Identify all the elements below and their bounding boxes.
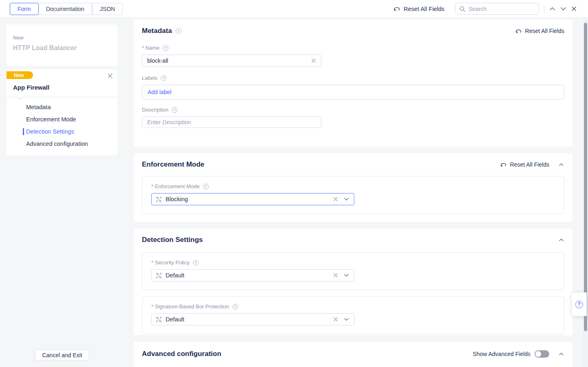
scrollbar-thumb[interactable] xyxy=(584,23,587,331)
topbar-right: Reset All Fields xyxy=(393,3,577,15)
security-policy-panel: * Security Policy ? Default xyxy=(142,252,564,290)
help-icon[interactable]: ? xyxy=(161,75,166,81)
bot-protection-panel: * Signature-Based Bot Protection ? Defau… xyxy=(142,296,564,334)
name-input[interactable] xyxy=(147,57,310,64)
tab-json[interactable]: JSON xyxy=(92,3,123,15)
labels-field[interactable]: Add label xyxy=(142,85,564,99)
form-main: Metadata ? Reset All Fields * Name ? xyxy=(134,20,573,367)
name-field-label: * Name xyxy=(142,45,159,51)
panel-close-icon[interactable] xyxy=(106,72,114,79)
enforcement-reset-button[interactable]: Reset All Fields xyxy=(500,161,549,168)
help-icon[interactable]: ? xyxy=(176,28,181,34)
chevron-down-icon[interactable] xyxy=(343,273,350,278)
advanced-title: Advanced configuration xyxy=(142,350,221,358)
description-field-label: Description xyxy=(142,107,168,113)
help-icon[interactable]: ? xyxy=(203,184,209,189)
undo-icon xyxy=(393,6,400,12)
divider xyxy=(544,5,544,13)
enforcement-mode-value: Blocking xyxy=(166,196,329,202)
enforcement-title: Enforcement Mode xyxy=(142,160,204,169)
clear-selection-icon[interactable] xyxy=(332,316,339,323)
search-control xyxy=(455,3,577,15)
detection-title: Detection Settings xyxy=(142,236,203,244)
search-prev-button[interactable] xyxy=(548,6,556,12)
context-eyebrow: New xyxy=(13,35,111,41)
collapse-detection-icon[interactable] xyxy=(558,237,564,242)
new-badge: New xyxy=(7,71,33,79)
section-detection-settings: Detection Settings * Security Policy ? D… xyxy=(134,229,573,335)
reset-all-fields-label: Reset All Fields xyxy=(404,6,444,12)
help-icon[interactable]: ? xyxy=(172,107,177,113)
reset-label: Reset All Fields xyxy=(525,28,564,34)
toggle-knob xyxy=(535,351,541,357)
app-firewall-form-page: Form Documentation JSON Reset All Fields xyxy=(0,0,588,367)
metadata-title: Metadata xyxy=(142,27,172,35)
notch-decoration xyxy=(17,94,22,100)
security-policy-select[interactable]: Default xyxy=(151,269,354,281)
add-label-link[interactable]: Add label xyxy=(148,89,171,95)
bot-protection-select[interactable]: Default xyxy=(151,313,354,325)
description-field xyxy=(142,116,321,128)
clear-selection-icon[interactable] xyxy=(332,272,339,279)
tab-form[interactable]: Form xyxy=(10,3,39,15)
collapse-enforcement-icon[interactable] xyxy=(558,162,564,167)
name-field xyxy=(142,55,321,67)
search-close-button[interactable] xyxy=(570,5,577,12)
cancel-and-exit-button[interactable]: Cancel and Exit xyxy=(35,349,89,361)
section-advanced-configuration: Advanced configuration Show Advanced Fie… xyxy=(134,342,573,367)
section-nav: Metadata Enforcement Mode Detection Sett… xyxy=(7,101,117,150)
clear-selection-icon[interactable] xyxy=(332,196,339,202)
show-advanced-fields-label: Show Advanced Fields xyxy=(473,351,531,357)
clear-name-icon[interactable] xyxy=(310,57,317,64)
undo-icon xyxy=(515,28,522,34)
config-object-icon xyxy=(156,273,162,279)
search-next-button[interactable] xyxy=(559,6,567,12)
config-object-icon xyxy=(156,316,162,323)
bot-protection-value: Default xyxy=(166,316,329,323)
reset-all-fields-button[interactable]: Reset All Fields xyxy=(393,6,444,12)
reset-label: Reset All Fields xyxy=(510,161,549,168)
enforcement-mode-label: * Enforcement Mode xyxy=(151,183,200,189)
labels-field-label: Labels xyxy=(142,75,157,81)
app-firewall-panel: New App Firewall Metadata Enforcement Mo… xyxy=(7,69,117,156)
context-card: New HTTP Load Balancer xyxy=(7,24,117,66)
search-box[interactable] xyxy=(455,3,539,15)
security-policy-value: Default xyxy=(166,272,329,279)
view-tab-group: Form Documentation JSON xyxy=(10,3,123,15)
chevron-down-icon[interactable] xyxy=(343,196,350,202)
nav-item-detection-settings[interactable]: Detection Settings xyxy=(7,125,117,138)
nav-item-metadata[interactable]: Metadata xyxy=(7,101,117,113)
description-input[interactable] xyxy=(147,119,317,125)
collapse-advanced-icon[interactable] xyxy=(558,352,564,356)
help-icon: ? xyxy=(575,301,583,308)
nav-item-advanced-configuration[interactable]: Advanced configuration xyxy=(7,138,117,150)
enforcement-mode-select[interactable]: Blocking xyxy=(151,193,354,205)
nav-item-enforcement-mode[interactable]: Enforcement Mode xyxy=(7,113,117,125)
help-icon[interactable]: ? xyxy=(232,304,238,310)
security-policy-label: * Security Policy xyxy=(151,259,190,266)
help-fab-button[interactable]: ? xyxy=(572,292,587,316)
panel-title: App Firewall xyxy=(13,84,49,91)
config-object-icon xyxy=(156,196,162,202)
chevron-down-icon[interactable] xyxy=(343,316,350,322)
context-title: HTTP Load Balancer xyxy=(13,44,111,52)
topbar: Form Documentation JSON Reset All Fields xyxy=(0,0,588,18)
metadata-reset-button[interactable]: Reset All Fields xyxy=(515,28,564,34)
search-input[interactable] xyxy=(469,6,535,12)
search-icon xyxy=(459,6,466,12)
help-icon[interactable]: ? xyxy=(193,260,199,266)
divider xyxy=(7,97,117,97)
undo-icon xyxy=(500,162,507,167)
show-advanced-fields-toggle[interactable] xyxy=(535,350,549,358)
section-metadata: Metadata ? Reset All Fields * Name ? xyxy=(134,20,573,147)
section-enforcement-mode: Enforcement Mode Reset All Fields * Enf xyxy=(134,153,573,222)
help-icon[interactable]: ? xyxy=(163,45,168,51)
tab-documentation[interactable]: Documentation xyxy=(39,3,92,15)
enforcement-panel: * Enforcement Mode ? Blocking xyxy=(142,176,564,214)
bot-protection-label: * Signature-Based Bot Protection xyxy=(151,303,229,310)
